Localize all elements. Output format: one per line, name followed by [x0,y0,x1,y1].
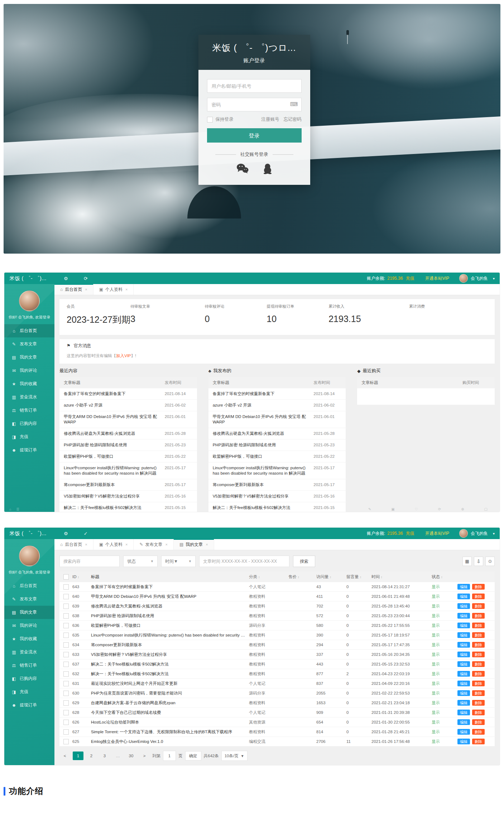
edit-button[interactable]: 编辑 [457,700,470,706]
article-title-link[interactable]: 备案掉了等有空的时候重新备案下 [213,391,314,397]
article-title-link[interactable]: azure 小助手 v2 开源 [213,403,314,408]
username[interactable]: 会飞的鱼 [471,275,488,282]
col-header-id[interactable]: ID↕ [72,575,91,579]
delete-button[interactable]: 删除 [472,652,485,658]
sidebar-item-my-favorites[interactable]: ★我的收藏 [4,632,54,645]
article-title-link[interactable]: Simple Torrent: 一个支持边下边播、无权限限制和自动上传的BT离线… [91,729,249,735]
article-title-link[interactable]: 欧盟解密PHP版，可做接口 [64,454,165,459]
page-button-1[interactable]: 1 [73,752,83,760]
row-checkbox[interactable] [63,710,69,715]
table-row[interactable]: Linux中composer install执行报错Warning: puten… [208,462,346,479]
check-icon[interactable]: ✓ [84,531,88,536]
delete-button[interactable]: 删除 [472,623,485,629]
article-title-link[interactable]: PHP源码加密 给源码限制域名使用 [64,442,165,448]
article-title-link[interactable]: Linux中composer install执行报错Warning: puten… [64,465,165,476]
sidebar-item-dashboard[interactable]: ⌂后台首页 [4,324,54,337]
delete-button[interactable]: 删除 [472,690,485,696]
avatar[interactable] [19,546,40,566]
expand-icon[interactable]: ▢ [484,507,488,512]
menu-icon[interactable]: ☰ [16,508,19,512]
close-icon[interactable]: × [125,287,128,292]
row-checkbox[interactable] [63,642,69,648]
article-title-link[interactable]: PHP为任意页面设置访问密码，需要登陆才能访问 [91,691,249,696]
prev-page-button[interactable]: < [59,752,70,760]
article-title-link[interactable]: 甲骨文ARM DD Debian10 开IPv6 升内核 安宝塔 配WARP [64,414,165,425]
table-row[interactable]: 解决二：关于fee模板lu模板卡502解决方法2021-05-15 [59,502,197,512]
page-button-2[interactable]: 2 [86,752,97,760]
register-link[interactable]: 注册账号 [261,116,279,123]
table-row[interactable]: 欧盟解密PHP版，可做接口2021-05-22 [59,451,197,462]
recharge-link[interactable]: 充值 [406,530,414,537]
sort-icon[interactable]: ↕ [330,575,332,579]
row-checkbox[interactable] [63,604,69,609]
sidebar-item-withdraw-orders[interactable]: ☻提现订单 [4,698,54,712]
table-row[interactable]: V5加密如何解密？V5解密方法全过程分享2021-05-16 [59,491,197,502]
grid-icon[interactable]: ▦ [462,557,472,566]
article-title-link[interactable]: 解决二：关于fee模板lu模板卡502解决方法 [213,505,314,510]
confirm-jump-button[interactable]: 确定 [185,751,201,760]
sort-icon[interactable]: ↕ [78,575,80,579]
row-checkbox[interactable] [63,691,69,696]
col-header-views[interactable]: 访问量↕ [316,574,346,580]
table-row[interactable]: PHP源码加密 给源码限制域名使用2021-05-23 [59,440,197,451]
sidebar-item-my-favorites[interactable]: ★我的收藏 [4,377,54,390]
sidebar-item-recharge[interactable]: ◨充值 [4,430,54,443]
table-row[interactable]: 修改腾讯云硬盘为天翼教程-火狐浏览器2021-05-28 [59,428,197,440]
article-title-link[interactable]: 今天抽下空看下自己已过期的域名续费 [91,710,249,715]
edit-button[interactable]: 编辑 [457,584,470,590]
row-checkbox[interactable] [63,633,69,638]
sidebar-item-dashboard[interactable]: ⌂后台首页 [4,579,54,592]
article-title-link[interactable]: 将composer更新到最新版本 [213,482,314,488]
date-range-input[interactable] [199,556,289,567]
article-title-link[interactable]: 甲骨文ARM DD Debian10 开IPv6 升内核 安宝塔 配WARP [91,594,249,599]
table-row[interactable]: PHP源码加密 给源码限制域名使用2021-05-23 [208,440,346,451]
vip-link[interactable]: 开通本站VIP [425,530,449,537]
row-checkbox[interactable] [63,729,69,735]
edit-button[interactable]: 编辑 [457,681,470,687]
export-icon[interactable]: ⇩ [474,557,483,566]
col-header-category[interactable]: 分类↕ [249,574,288,580]
edit-button[interactable]: 编辑 [457,632,470,638]
delete-button[interactable]: 删除 [472,584,485,590]
table-row[interactable]: 备案掉了等有空的时候重新备案下2021-08-14 [208,388,346,400]
edit-button[interactable]: 编辑 [457,652,470,658]
sidebar-item-fund-flow[interactable]: ▥资金流水 [4,390,54,404]
home-icon[interactable]: ⌂ [9,508,11,512]
row-checkbox[interactable] [63,662,69,667]
edit-button[interactable]: 编辑 [457,661,470,667]
table-row[interactable]: Linux中composer install执行报错Warning: puten… [59,462,197,479]
tab-profile[interactable]: ▣个人资料× [93,284,134,295]
article-title-link[interactable]: 修改腾讯云硬盘为天翼教程-火狐浏览器 [64,431,165,436]
row-checkbox[interactable] [63,681,69,686]
page-button-3[interactable]: 3 [99,752,110,760]
row-checkbox[interactable] [63,584,69,590]
search-button[interactable]: 搜索 [293,556,315,567]
article-title-link[interactable]: Linux中composer install执行报错Warning: puten… [213,465,314,476]
per-page-select[interactable]: 10条/页▼ [221,751,248,761]
username[interactable]: 会飞的鱼 [471,530,488,537]
table-row[interactable]: 甲骨文ARM DD Debian10 开IPv6 升内核 安宝塔 配WARP20… [59,411,197,428]
row-checkbox[interactable] [63,671,69,677]
delete-button[interactable]: 删除 [472,632,485,638]
next-page-button[interactable]: > [139,752,150,760]
print-icon[interactable]: ⊙ [485,557,495,566]
table-row[interactable]: azure 小助手 v2 开源2021-06-02 [59,400,197,411]
delete-button[interactable]: 删除 [472,710,485,716]
delete-button[interactable]: 删除 [472,681,485,687]
article-title-link[interactable]: Emlog独立会员中心-UserEmlog Ver.1.0 [91,739,249,744]
row-checkbox[interactable] [63,594,69,599]
sidebar-item-my-comments[interactable]: ✉我的评论 [4,364,54,377]
join-vip-link[interactable]: 加入VIP [116,354,131,358]
article-title-link[interactable]: 将composer更新到最新版本 [91,642,249,648]
delete-button[interactable]: 删除 [472,719,485,725]
table-row[interactable]: V5加密如何解密？V5解密方法全过程分享2021-05-16 [208,491,346,502]
sort-icon[interactable]: ↕ [298,575,299,579]
delete-button[interactable]: 删除 [472,729,485,735]
table-row[interactable]: 甲骨文ARM DD Debian10 开IPv6 升内核 安宝塔 配WARP20… [208,411,346,428]
article-title-link[interactable]: 解决二：关于fee模板lu模板卡502解决方法 [91,662,249,667]
sidebar-item-withdraw-orders[interactable]: ☻提现订单 [4,443,54,457]
delete-button[interactable]: 删除 [472,642,485,648]
article-title-link[interactable]: 欧盟解密PHP版，可做接口 [213,454,314,459]
col-header-status[interactable]: 状态↕ [432,574,457,580]
sidebar-item-purchased-content[interactable]: ◧已购内容 [4,417,54,430]
